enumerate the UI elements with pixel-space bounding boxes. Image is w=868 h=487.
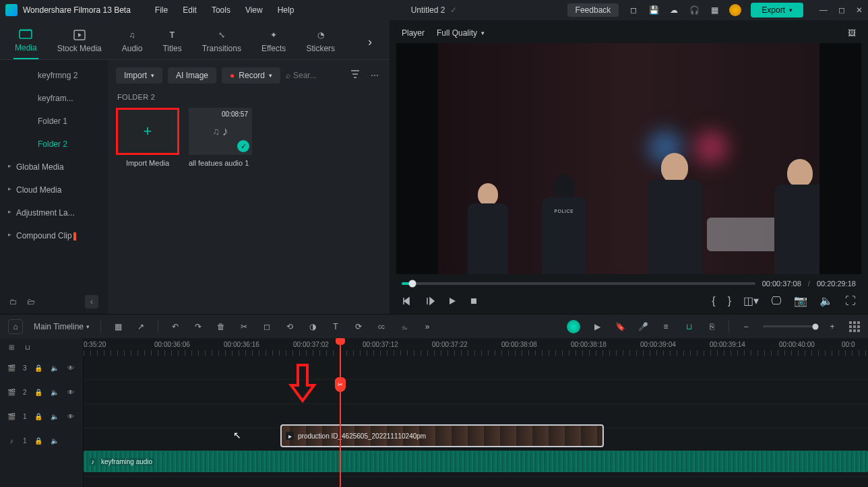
- menu-help[interactable]: Help: [278, 5, 294, 15]
- redo-button[interactable]: ↷: [192, 321, 204, 333]
- zoom-in-button[interactable]: +: [826, 321, 838, 333]
- layout-grid-icon[interactable]: [849, 321, 860, 332]
- import-button[interactable]: Import▾: [116, 67, 162, 84]
- sidebar-group-cloud[interactable]: Cloud Media: [0, 178, 108, 201]
- eye-icon[interactable]: 👁: [66, 412, 75, 421]
- align-icon[interactable]: ⎁: [398, 321, 410, 333]
- tab-stickers[interactable]: ◔Stickers: [305, 25, 336, 59]
- menu-tools[interactable]: Tools: [212, 5, 230, 15]
- tab-transitions[interactable]: ⤡Transitions: [201, 25, 243, 59]
- mute-icon[interactable]: 🔈: [50, 436, 59, 445]
- sidebar-group-compound[interactable]: Compound Clip: [0, 224, 108, 247]
- camera-icon[interactable]: 📷: [794, 294, 807, 307]
- timeline-settings-icon[interactable]: ⊞: [7, 342, 16, 352]
- zoom-out-button[interactable]: −: [740, 321, 752, 333]
- headphones-icon[interactable]: 🎧: [689, 5, 700, 15]
- collapse-sidebar-icon[interactable]: ‹: [85, 295, 98, 309]
- timeline-selector[interactable]: Main Timeline ▾: [34, 322, 90, 331]
- eye-icon[interactable]: 👁: [66, 387, 75, 397]
- track-row[interactable]: [84, 356, 868, 380]
- track-row[interactable]: [84, 380, 868, 404]
- marker-icon[interactable]: 🔖: [614, 321, 626, 333]
- snapshot-icon[interactable]: 🖼: [848, 28, 856, 38]
- fullscreen-icon[interactable]: ⛶: [845, 295, 856, 307]
- pointer-icon[interactable]: ↗: [135, 321, 147, 333]
- tabs-more-icon[interactable]: ›: [368, 35, 376, 49]
- menu-view[interactable]: View: [245, 5, 263, 15]
- maximize-icon[interactable]: ◻: [838, 5, 845, 15]
- mark-out-button[interactable]: }: [728, 295, 731, 307]
- ai-image-button[interactable]: AI Image: [168, 67, 216, 84]
- mute-icon[interactable]: 🔈: [50, 412, 59, 421]
- menu-edit[interactable]: Edit: [183, 5, 197, 15]
- video-clip[interactable]: ▸ production ID_4625605_202211110240pm: [280, 424, 604, 447]
- quality-dropdown[interactable]: Full Quality▾: [437, 28, 485, 38]
- render-icon[interactable]: ▶: [591, 321, 603, 333]
- mute-icon[interactable]: 🔈: [50, 387, 59, 397]
- import-media-tile[interactable]: +: [116, 108, 179, 155]
- tab-effects[interactable]: ✦Effects: [260, 25, 287, 59]
- zoom-slider[interactable]: [763, 325, 815, 327]
- cc-icon[interactable]: ㏄: [375, 321, 388, 333]
- eye-icon[interactable]: 👁: [66, 363, 75, 372]
- more-tools-icon[interactable]: »: [421, 321, 433, 333]
- delete-button[interactable]: 🗑: [215, 321, 227, 333]
- export-button[interactable]: Export▾: [751, 3, 803, 18]
- audio-clip[interactable]: ♪ keyframing audio: [84, 451, 868, 472]
- lock-icon[interactable]: 🔒: [34, 412, 43, 421]
- new-folder-icon[interactable]: 🗀: [9, 297, 18, 306]
- compare-icon[interactable]: ◫▾: [743, 294, 759, 307]
- sidebar-item-keyfram[interactable]: keyfram...: [0, 87, 108, 110]
- apps-icon[interactable]: ▦: [709, 5, 720, 15]
- home-button[interactable]: ⌂: [8, 319, 23, 334]
- magnet-icon[interactable]: ⊔: [683, 321, 695, 333]
- mute-icon[interactable]: 🔈: [50, 363, 59, 372]
- close-icon[interactable]: ✕: [856, 5, 863, 15]
- crop-button[interactable]: ◻: [261, 321, 273, 333]
- more-icon[interactable]: ⋯: [368, 68, 381, 83]
- prev-frame-button[interactable]: [402, 296, 412, 306]
- tab-media[interactable]: Media: [13, 24, 38, 59]
- user-avatar-icon[interactable]: [729, 4, 741, 16]
- sidebar-item-keyfrmng2[interactable]: keyfrmng 2: [0, 64, 108, 87]
- lock-icon[interactable]: 🔒: [34, 436, 43, 445]
- playhead[interactable]: [340, 338, 341, 487]
- mixer-icon[interactable]: ≡: [660, 321, 672, 333]
- media-clip-tile[interactable]: 00:08:57 ♫ ♪ ✓ all featues audio 1: [189, 108, 252, 167]
- magnet-track-icon[interactable]: ⊔: [23, 342, 32, 352]
- search-input[interactable]: [293, 71, 327, 80]
- record-button[interactable]: ●Record▾: [222, 67, 280, 84]
- volume-icon[interactable]: 🔈: [819, 294, 833, 307]
- refresh-icon[interactable]: ⟳: [352, 321, 365, 333]
- speed-icon[interactable]: ⟲: [284, 321, 296, 333]
- text-icon[interactable]: T: [330, 321, 342, 333]
- track-header-v1[interactable]: 🎬1 🔒 🔈 👁: [0, 404, 83, 428]
- play-button[interactable]: [447, 296, 457, 306]
- tab-stock-media[interactable]: Stock Media: [56, 25, 103, 59]
- tab-titles[interactable]: TTitles: [161, 25, 183, 59]
- menu-file[interactable]: File: [155, 5, 168, 15]
- mark-in-button[interactable]: {: [712, 295, 715, 307]
- track-header-v2[interactable]: 🎬2 🔒 🔈 👁: [0, 380, 83, 404]
- split-button[interactable]: ✂: [238, 321, 250, 333]
- scrub-slider[interactable]: [402, 282, 755, 285]
- sidebar-item-folder1[interactable]: Folder 1: [0, 110, 108, 133]
- stop-button[interactable]: [469, 296, 478, 306]
- cut-marker-icon[interactable]: ✂: [335, 377, 346, 392]
- track-header-a1[interactable]: ♪1 🔒 🔈: [0, 428, 83, 453]
- display-icon[interactable]: 🖵: [771, 295, 782, 307]
- play-pause-button[interactable]: [425, 296, 435, 306]
- cloud-icon[interactable]: ☁: [669, 5, 679, 15]
- lock-icon[interactable]: 🔒: [34, 387, 43, 397]
- timeline-ruler[interactable]: 0:35:20 00:00:36:06 00:00:36:16 00:00:37…: [84, 338, 868, 356]
- tracks-area[interactable]: 0:35:20 00:00:36:06 00:00:36:16 00:00:37…: [84, 338, 868, 487]
- ai-button[interactable]: [567, 320, 580, 333]
- sidebar-group-adjustment[interactable]: Adjustment La...: [0, 201, 108, 224]
- undo-button[interactable]: ↶: [169, 321, 181, 333]
- color-icon[interactable]: ◑: [307, 321, 319, 333]
- save-icon[interactable]: 💾: [648, 5, 659, 15]
- filter-icon[interactable]: [348, 67, 363, 84]
- grid-snap-icon[interactable]: ▦: [112, 321, 124, 333]
- feedback-button[interactable]: Feedback: [567, 3, 619, 17]
- sidebar-item-folder2[interactable]: Folder 2: [0, 133, 108, 156]
